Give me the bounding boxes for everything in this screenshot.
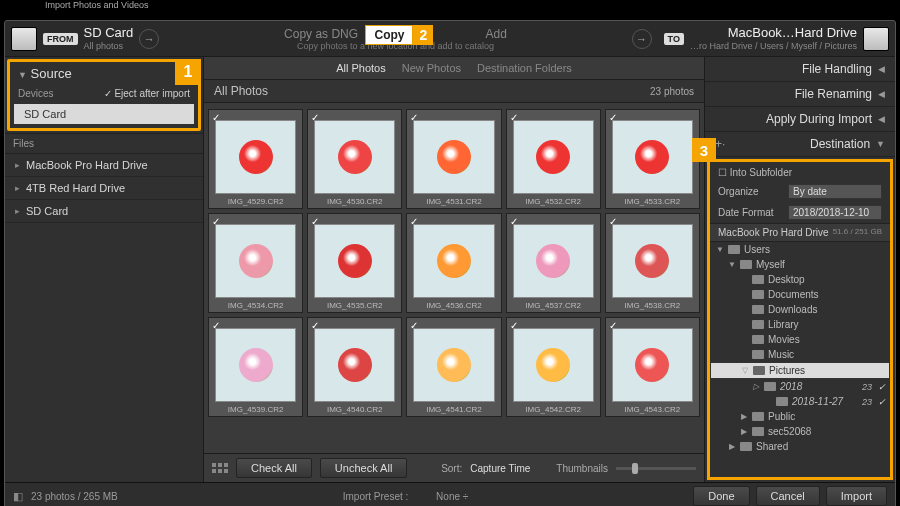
files-label: Files [5,133,203,154]
thumbnail[interactable]: ✓IMG_4539.CR2 [208,317,303,417]
grid-view-icon[interactable] [212,463,228,473]
tree-row[interactable]: ▼Users [710,242,890,257]
thumb-checkbox[interactable]: ✓ [609,320,617,331]
tree-row[interactable]: ▽Pictures [710,362,890,379]
thumb-checkbox[interactable]: ✓ [410,112,418,123]
date-format-select[interactable]: 2018/2018-12-10 [788,205,882,220]
folder-icon [752,275,764,284]
thumbnail-size-slider[interactable] [616,467,696,470]
cancel-button[interactable]: Cancel [756,486,820,506]
apply-during-import-panel[interactable]: Apply During Import◀ [705,107,895,132]
thumb-checkbox[interactable]: ✓ [311,216,319,227]
thumbnail[interactable]: ✓IMG_4535.CR2 [307,213,402,313]
tab-all-photos[interactable]: All Photos [336,62,386,74]
source-title[interactable]: Source [31,66,72,81]
organize-select[interactable]: By date [788,184,882,199]
file-drive-item[interactable]: MacBook Pro Hard Drive [5,154,203,177]
thumb-checkbox[interactable]: ✓ [311,112,319,123]
thumbnail[interactable]: ✓IMG_4540.CR2 [307,317,402,417]
thumbnail[interactable]: ✓IMG_4542.CR2 [506,317,601,417]
tab-new-photos[interactable]: New Photos [402,62,461,74]
tree-row[interactable]: Movies [710,332,890,347]
tree-row[interactable]: ▶Shared [710,439,890,454]
thumb-checkbox[interactable]: ✓ [510,320,518,331]
tree-row[interactable]: Library [710,317,890,332]
tree-row[interactable]: ▼Myself [710,257,890,272]
tree-row[interactable]: Music [710,347,890,362]
tab-row: All Photos New Photos Destination Folder… [204,57,704,80]
thumb-filename: IMG_4541.CR2 [407,404,500,416]
import-preset-select[interactable]: None [436,491,460,502]
thumb-checkbox[interactable]: ✓ [510,216,518,227]
into-subfolder-check[interactable]: ☐ Into Subfolder [718,167,792,178]
thumb-checkbox[interactable]: ✓ [212,112,220,123]
done-button[interactable]: Done [693,486,749,506]
to-tag: TO [664,33,684,45]
thumb-checkbox[interactable]: ✓ [609,216,617,227]
check-all-button[interactable]: Check All [236,458,312,478]
sort-value[interactable]: Capture Time [470,463,530,474]
organize-label: Organize [718,186,759,197]
drive-icon [863,27,889,51]
tree-row[interactable]: ▶Public [710,409,890,424]
thumbnail[interactable]: ✓IMG_4538.CR2 [605,213,700,313]
source-device-selected[interactable]: SD Card [14,104,194,124]
thumbnail[interactable]: ✓IMG_4537.CR2 [506,213,601,313]
thumbnail-grid[interactable]: ✓IMG_4529.CR2✓IMG_4530.CR2✓IMG_4531.CR2✓… [204,103,704,453]
thumbnail[interactable]: ✓IMG_4536.CR2 [406,213,501,313]
uncheck-all-button[interactable]: Uncheck All [320,458,407,478]
thumbnail[interactable]: ✓IMG_4531.CR2 [406,109,501,209]
eject-checkbox[interactable]: ✓ Eject after import [104,88,190,99]
thumb-checkbox[interactable]: ✓ [311,320,319,331]
thumb-image [314,328,395,402]
thumb-checkbox[interactable]: ✓ [212,320,220,331]
thumbnail[interactable]: ✓IMG_4534.CR2 [208,213,303,313]
thumbnail[interactable]: ✓IMG_4529.CR2 [208,109,303,209]
tree-row[interactable]: 2018-11-2723✓ [710,394,890,409]
thumbnail[interactable]: ✓IMG_4533.CR2 [605,109,700,209]
file-drive-item[interactable]: SD Card [5,200,203,223]
copy-mode-area: Copy as DNG Copy Move Add Copy photos to… [165,27,625,51]
tree-row[interactable]: Documents [710,287,890,302]
folder-icon [752,427,764,436]
file-handling-panel[interactable]: File Handling◀ [705,57,895,82]
tab-destination-folders[interactable]: Destination Folders [477,62,572,74]
thumb-image [314,120,395,194]
devices-label: Devices [18,88,54,99]
thumb-checkbox[interactable]: ✓ [410,216,418,227]
mode-add[interactable]: Add [486,27,507,41]
thumbnail[interactable]: ✓IMG_4530.CR2 [307,109,402,209]
thumb-checkbox[interactable]: ✓ [510,112,518,123]
thumb-filename: IMG_4543.CR2 [606,404,699,416]
date-format-label: Date Format [718,207,774,218]
thumb-filename: IMG_4535.CR2 [308,300,401,312]
folder-icon [753,366,765,375]
thumbnail[interactable]: ✓IMG_4532.CR2 [506,109,601,209]
file-drive-item[interactable]: 4TB Red Hard Drive [5,177,203,200]
to-box[interactable]: TO MacBook…Hard Drive …ro Hard Drive / U… [658,26,889,51]
thumbnail[interactable]: ✓IMG_4541.CR2 [406,317,501,417]
folder-tree[interactable]: ▼Users▼MyselfDesktopDocumentsDownloadsLi… [710,242,890,473]
thumb-checkbox[interactable]: ✓ [410,320,418,331]
thumb-filename: IMG_4530.CR2 [308,196,401,208]
mode-copy-dng[interactable]: Copy as DNG [284,27,358,41]
tree-row[interactable]: ▷201823✓ [710,379,890,394]
dest-drive-name[interactable]: MacBook Pro Hard Drive [718,227,829,238]
copy-highlight[interactable]: Copy [365,25,413,45]
thumb-checkbox[interactable]: ✓ [609,112,617,123]
destination-panel-header[interactable]: +·Destination▼ [705,132,895,157]
thumb-filename: IMG_4529.CR2 [209,196,302,208]
tree-row[interactable]: ▶sec52068 [710,424,890,439]
thumb-checkbox[interactable]: ✓ [212,216,220,227]
tree-row[interactable]: Desktop [710,272,890,287]
thumb-image [513,224,594,298]
loupe-icon[interactable]: ◧ [13,490,23,503]
tree-row[interactable]: Downloads [710,302,890,317]
thumb-image [413,224,494,298]
import-button[interactable]: Import [826,486,887,506]
grid-toolbar: Check All Uncheck All Sort: Capture Time… [204,453,704,482]
file-renaming-panel[interactable]: File Renaming◀ [705,82,895,107]
dest-drive-capacity: 51.6 / 251 GB [833,227,882,238]
from-box[interactable]: FROM SD Card All photos [11,26,133,51]
thumbnail[interactable]: ✓IMG_4543.CR2 [605,317,700,417]
